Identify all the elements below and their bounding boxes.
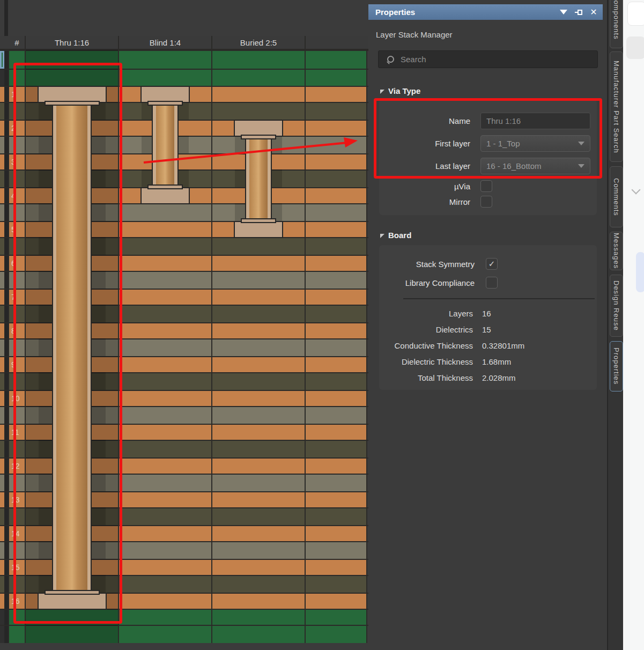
row-gutter	[4, 441, 8, 457]
layer-number	[8, 542, 25, 559]
board-section-header[interactable]: Board	[380, 231, 411, 240]
dielectric-row[interactable]	[0, 305, 368, 322]
copper-layer-row[interactable]: 3	[0, 153, 368, 169]
dielectric-row[interactable]	[0, 102, 368, 120]
dielectric-row[interactable]	[0, 575, 368, 593]
cell-blind	[118, 154, 211, 169]
row-select-strip	[0, 51, 4, 69]
cell-empty	[305, 391, 367, 406]
column-header-thru[interactable]: Thru 1:16	[25, 36, 118, 49]
solder-mask-row[interactable]	[0, 609, 368, 625]
row-select-strip	[0, 542, 4, 559]
copper-layer-row[interactable]: 4	[0, 187, 368, 203]
side-tab-components[interactable]: Components	[610, 0, 623, 48]
cell-thru	[25, 306, 118, 322]
cell-empty	[305, 171, 367, 187]
copper-layer-row[interactable]: 11	[0, 424, 368, 440]
layer-number: 15	[8, 560, 25, 575]
cell-buried	[211, 121, 305, 136]
column-header-blind[interactable]: Blind 1:4	[118, 36, 211, 49]
last-layer-dropdown[interactable]: 16 - 16_Bottom	[480, 158, 590, 174]
layer-number: 4	[8, 188, 25, 203]
dropdown-arrow-icon[interactable]	[558, 6, 569, 18]
cell-thru	[25, 610, 118, 625]
cell-thru	[25, 339, 118, 356]
library-compliance-label: Library Compliance	[379, 278, 475, 287]
background-card	[636, 252, 644, 292]
row-select-strip	[0, 238, 4, 255]
row-gutter	[4, 222, 8, 237]
copper-layer-row[interactable]: 12	[0, 457, 368, 474]
cell-thru	[25, 492, 118, 507]
column-header-num: #	[8, 36, 25, 49]
cell-buried	[211, 542, 305, 559]
cell-thru	[25, 154, 118, 169]
via-column-header-row: #Thru 1:16Blind 1:4Buried 2:5	[0, 36, 368, 50]
via-type-section-header[interactable]: Via Type	[380, 86, 420, 95]
dielectric-row[interactable]	[0, 136, 368, 153]
dielectric-row[interactable]	[0, 169, 368, 187]
cell-buried	[211, 272, 305, 289]
side-tab-comments[interactable]: Comments	[610, 166, 623, 227]
row-select-strip	[0, 391, 4, 406]
pin-icon[interactable]	[573, 6, 584, 18]
dielectric-row[interactable]	[0, 440, 368, 457]
row-gutter	[4, 594, 8, 609]
uvia-checkbox[interactable]	[480, 180, 492, 192]
dielectric-row[interactable]	[0, 474, 368, 491]
row-select-strip	[0, 475, 4, 491]
dielectric-row[interactable]	[0, 237, 368, 255]
properties-titlebar: Properties ✕	[368, 4, 603, 20]
search-input[interactable]	[399, 54, 584, 64]
cell-blind	[118, 492, 211, 507]
copper-layer-row[interactable]: 5	[0, 221, 368, 237]
copper-layer-row[interactable]: 9	[0, 356, 368, 372]
dielectric-row[interactable]	[0, 406, 368, 424]
name-label: Name	[379, 116, 470, 125]
copper-layer-row[interactable]: 2	[0, 120, 368, 136]
copper-layer-row[interactable]: 10	[0, 390, 368, 406]
library-compliance-checkbox[interactable]	[486, 277, 498, 289]
solder-mask-row[interactable]	[0, 69, 368, 86]
copper-layer-row[interactable]: 16	[0, 593, 368, 609]
side-tab-design-reuse[interactable]: Design Reuse	[610, 275, 623, 337]
row-select-strip	[0, 441, 4, 457]
stack-symmetry-checkbox[interactable]: ✓	[486, 258, 498, 270]
dielectric-row[interactable]	[0, 541, 368, 559]
cell-empty	[305, 188, 367, 203]
dielectric-row[interactable]	[0, 507, 368, 525]
copper-layer-row[interactable]: 6	[0, 255, 368, 271]
panel-subtitle: Layer Stack Manager	[376, 30, 453, 39]
dielectric-row[interactable]	[0, 271, 368, 289]
side-tab-properties[interactable]: Properties	[610, 341, 623, 392]
copper-layer-row[interactable]: 13	[0, 491, 368, 507]
dielectric-row[interactable]	[0, 338, 368, 356]
solder-mask-row[interactable]	[0, 625, 368, 643]
cell-buried	[211, 323, 305, 338]
side-tab-manufacturer-part-search[interactable]: Manufacturer Part Search	[610, 51, 623, 162]
column-header-buried[interactable]: Buried 2:5	[211, 36, 305, 49]
layer-number	[8, 576, 25, 593]
copper-layer-row[interactable]: 15	[0, 559, 368, 575]
cell-buried	[211, 256, 305, 271]
copper-layer-row[interactable]: 7	[0, 289, 368, 305]
close-icon[interactable]: ✕	[588, 6, 599, 18]
row-select-strip	[0, 306, 4, 322]
cell-blind	[118, 103, 211, 120]
mirror-checkbox[interactable]	[480, 196, 492, 208]
copper-layer-row[interactable]: 14	[0, 525, 368, 541]
dielectric-row[interactable]	[0, 372, 368, 390]
board-stat-row: Conductive Thickness0.32801mm	[379, 337, 597, 353]
solder-mask-row[interactable]	[0, 50, 368, 69]
dielectric-row[interactable]	[0, 203, 368, 221]
cell-thru	[25, 357, 118, 372]
cell-blind	[118, 272, 211, 289]
first-layer-dropdown[interactable]: 1 - 1_Top	[480, 135, 590, 152]
copper-layer-row[interactable]: 1	[0, 86, 368, 102]
via-name-input[interactable]	[480, 113, 590, 129]
copper-layer-row[interactable]: 8	[0, 322, 368, 338]
stat-value: 2.028mm	[482, 373, 516, 382]
side-tab-messages[interactable]: Messages	[610, 232, 623, 270]
cell-thru	[25, 560, 118, 575]
cell-thru	[25, 373, 118, 390]
